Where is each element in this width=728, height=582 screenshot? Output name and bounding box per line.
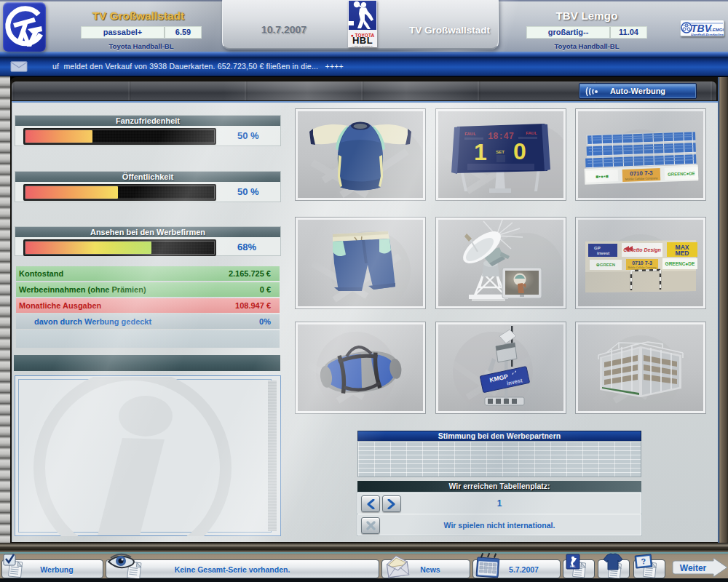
svg-text:1: 1	[474, 139, 487, 165]
svg-text:invest: invest	[597, 251, 609, 255]
svg-text:18:47: 18:47	[488, 132, 514, 142]
svg-text:SET: SET	[496, 150, 505, 154]
svg-text:⊕GREEN: ⊕GREEN	[596, 263, 615, 267]
svg-text:GREENC●DE: GREENC●DE	[665, 261, 695, 266]
svg-text:MED: MED	[676, 250, 689, 257]
svg-text:GP: GP	[594, 246, 601, 250]
svg-text:0: 0	[513, 138, 526, 164]
svg-text:■•●•■: ■•●•■	[596, 174, 609, 180]
svg-text:Mobile Cellular Company: Mobile Cellular Company	[628, 266, 656, 269]
svg-text:FAUL: FAUL	[526, 131, 537, 135]
svg-text:Handball-Bundesliga: Handball-Bundesliga	[691, 33, 724, 37]
svg-text:0710 7-3: 0710 7-3	[632, 260, 652, 266]
svg-text:LEMGO: LEMGO	[710, 28, 724, 32]
svg-text:Weiter: Weiter	[680, 563, 707, 573]
svg-text:HBL: HBL	[570, 565, 577, 568]
svg-text:FAUL: FAUL	[464, 132, 476, 136]
